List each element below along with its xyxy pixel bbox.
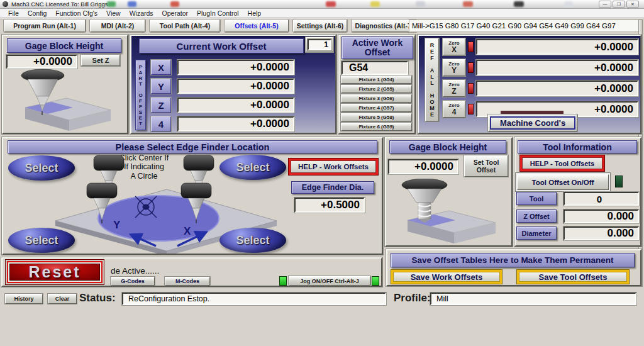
menu-item-function-cfgs[interactable]: Function Cfg's xyxy=(51,9,102,17)
z-home-led xyxy=(468,83,474,94)
clear-button[interactable]: Clear xyxy=(48,294,77,304)
current-work-offset-title: Current Work Offset xyxy=(139,38,304,53)
g-codes-button[interactable]: G-Codes xyxy=(111,277,155,286)
status-message-field: ReConfiguration Estop. xyxy=(122,293,386,305)
menu-item-view[interactable]: View xyxy=(102,9,125,17)
z-offset-label: Z Offset xyxy=(516,209,557,223)
zero-z-axis-label: Z xyxy=(452,87,456,95)
tab-offsets[interactable]: Offsets (Alt-5) xyxy=(225,20,289,32)
save-tool-offsets-button[interactable]: Save Tool Offsets xyxy=(517,270,629,284)
axis-y-button[interactable]: Y xyxy=(151,79,171,94)
gage-block-height-tool-title: Gage Block Height xyxy=(389,140,506,153)
work-offset-z-dro[interactable]: +0.0000 xyxy=(177,98,294,113)
select-bottom-right-button[interactable]: Select xyxy=(219,228,286,253)
machine-x-dro[interactable]: +0.0000 xyxy=(476,39,638,55)
close-button[interactable]: ✕ xyxy=(626,1,639,8)
z-offset-dro[interactable]: 0.000 xyxy=(564,209,639,223)
select-bottom-left-button[interactable]: Select xyxy=(8,228,75,253)
taskbar-blur-icon xyxy=(416,1,425,7)
app-icon xyxy=(3,1,8,7)
offset-page-number[interactable]: 1 xyxy=(308,39,331,50)
diameter-dro[interactable]: 0.000 xyxy=(564,226,639,240)
menu-item-wizards[interactable]: Wizards xyxy=(125,9,158,17)
fixture-5-button[interactable]: Fixture 5 (G58) xyxy=(341,113,412,121)
y-home-led xyxy=(468,62,474,73)
gage-block-height-panel: Gage Block Height +0.0000 Set Z xyxy=(2,35,128,134)
menu-item-plugin-control[interactable]: PlugIn Control xyxy=(192,9,243,17)
work-offset-4-dro[interactable]: +0.0000 xyxy=(177,116,294,131)
current-work-offset-panel: Current Work Offset 1 PART OFFSET X +0.0… xyxy=(130,35,336,134)
tab-program-run[interactable]: Program Run (Alt-1) xyxy=(4,20,86,32)
machine-coords-button[interactable]: Machine Coord's xyxy=(488,114,577,131)
tool-information-panel: Tool Information HELP - Tool Offsets Too… xyxy=(514,137,641,247)
screen-tabs: Program Run (Alt-1) MDI (Alt-2) Tool Pat… xyxy=(4,20,417,32)
machine-z-dro[interactable]: +0.0000 xyxy=(476,81,638,96)
machine-y-dro[interactable]: +0.0000 xyxy=(476,60,638,75)
axis-x-button[interactable]: X xyxy=(151,60,171,75)
tab-diagnostics[interactable]: Diagnostics (Alt-7) xyxy=(352,20,417,32)
fixture-6-button[interactable]: Fixture 6 (G59) xyxy=(341,123,412,131)
menu-item-operator[interactable]: Operator xyxy=(158,9,192,17)
history-button[interactable]: History xyxy=(5,294,43,304)
gage-block-tool-dro[interactable]: +0.0000 xyxy=(388,159,458,174)
set-tool-offset-button[interactable]: Set Tool Offset xyxy=(464,155,508,177)
tool-number-dro[interactable]: 0 xyxy=(564,192,639,206)
machine-coords-accent-bar xyxy=(501,111,564,114)
tool-number-label: Tool xyxy=(516,192,557,205)
zero-z-button[interactable]: Zero Z xyxy=(443,80,465,97)
edge-finder-panel: Please Select Edge Finder Location Click… xyxy=(2,137,383,255)
ref-all-home-button[interactable]: REF ALL HOME xyxy=(425,38,439,121)
axis-4-button[interactable]: 4 xyxy=(151,116,171,131)
help-tool-offsets-button[interactable]: HELP - Tool Offsets xyxy=(520,155,604,171)
taskbar-blur-icon xyxy=(170,1,179,7)
part-offset-side-label: PART OFFSET xyxy=(135,60,146,130)
minimize-button[interactable]: — xyxy=(599,1,611,8)
taskbar-blur-icon xyxy=(107,1,116,7)
menu-item-config[interactable]: Config xyxy=(23,9,51,17)
set-tool-offset-line2: Offset xyxy=(477,166,496,174)
fixture-1-button[interactable]: Fixture 1 (G54) xyxy=(341,75,412,84)
work-offset-x-dro[interactable]: +0.0000 xyxy=(177,60,294,75)
title-bar: Mach3 CNC Licensed To: Bill Griggs — ❐ ✕ xyxy=(0,0,644,9)
save-work-offsets-button[interactable]: Save Work Offsets xyxy=(391,270,502,284)
zero-x-button[interactable]: Zero X xyxy=(443,38,465,55)
gage-block-height-title: Gage Block Height xyxy=(7,38,121,53)
menu-item-help[interactable]: Help xyxy=(243,9,266,17)
taskbar-blur-icon xyxy=(326,1,336,7)
machine-coords-button-label: Machine Coord's xyxy=(490,116,575,130)
tab-tool-path[interactable]: Tool Path (Alt-4) xyxy=(150,20,220,32)
axis-y-label: Y xyxy=(113,219,121,231)
zero-4-axis-label: 4 xyxy=(452,108,457,116)
gage-block-height-tool-panel: Gage Block Height +0.0000 Set Tool Offse… xyxy=(385,137,513,247)
zero-4-button[interactable]: Zero 4 xyxy=(443,101,465,118)
active-work-offset-dro[interactable]: G54 xyxy=(341,61,408,75)
tab-mdi[interactable]: MDI (Alt-2) xyxy=(90,20,145,32)
help-work-offsets-button[interactable]: HELP - Work Offsets xyxy=(289,159,378,175)
select-top-left-button[interactable]: Select xyxy=(8,155,75,181)
tool-offset-on-off-button[interactable]: Tool Offset On/Off xyxy=(517,174,609,190)
edge-finder-dia-dro[interactable]: +0.5000 xyxy=(294,198,365,213)
set-z-button[interactable]: Set Z xyxy=(81,55,120,66)
maximize-button[interactable]: ❐ xyxy=(613,1,625,8)
zero-y-button[interactable]: Zero Y xyxy=(443,59,465,76)
menu-bar: File Config Function Cfg's View Wizards … xyxy=(0,9,644,18)
endmill-over-block-illustration xyxy=(390,179,506,244)
fixture-3-button[interactable]: Fixture 3 (G56) xyxy=(341,94,412,103)
fixture-4-button[interactable]: Fixture 4 (G57) xyxy=(341,104,412,112)
work-offset-y-dro[interactable]: +0.0000 xyxy=(177,79,294,94)
jog-led-right xyxy=(372,276,379,286)
fixture-2-button[interactable]: Fixture 2 (G55) xyxy=(341,85,412,93)
axis-z-button[interactable]: Z xyxy=(151,98,171,113)
taskbar-blur-icon xyxy=(514,1,524,7)
tab-settings[interactable]: Settings (Alt-6) xyxy=(293,20,347,32)
menu-item-file[interactable]: File xyxy=(4,9,23,17)
status-label: Status: xyxy=(79,292,116,304)
reset-button[interactable]: Reset xyxy=(5,259,104,285)
select-top-right-button[interactable]: Select xyxy=(219,155,286,180)
m-codes-button[interactable]: M-Codes xyxy=(165,277,210,286)
profile-field: Mill xyxy=(430,293,636,305)
jog-on-off-button[interactable]: Jog ON/OFF Ctrl-Alt-J xyxy=(289,276,370,286)
gage-block-height-dro[interactable]: +0.0000 xyxy=(6,55,77,69)
4-home-led xyxy=(468,104,474,114)
tool-information-title: Tool Information xyxy=(518,140,637,153)
